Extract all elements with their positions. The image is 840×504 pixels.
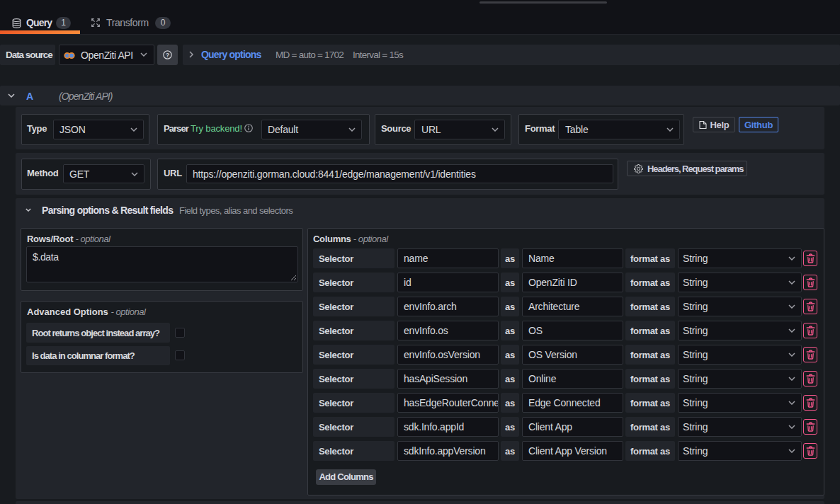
svg-text:?: ? <box>166 52 169 59</box>
